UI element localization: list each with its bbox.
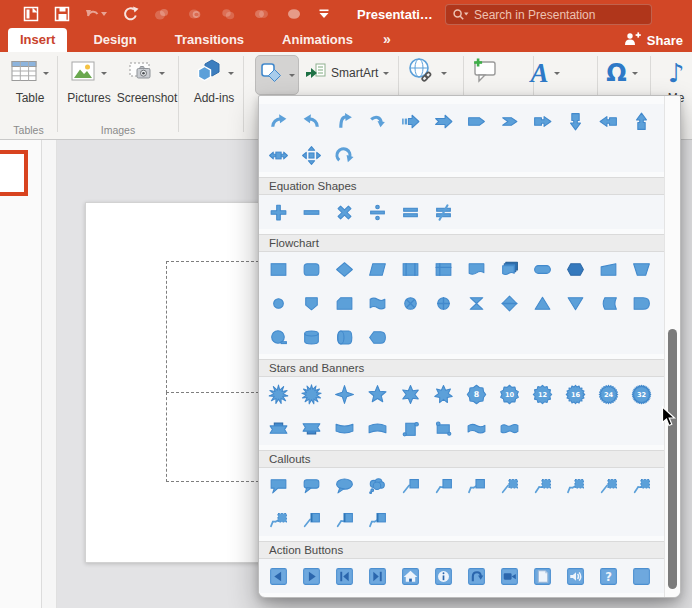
shape-process[interactable]: [262, 258, 295, 280]
shape-star-4-point[interactable]: [328, 383, 361, 405]
shape-stored-data[interactable]: [592, 292, 625, 314]
shape-plus[interactable]: [262, 201, 295, 223]
shape-merge[interactable]: [559, 292, 592, 314]
shape-action-button-movie[interactable]: [493, 565, 526, 587]
shape-striped-right-arrow[interactable]: [394, 110, 427, 132]
shape-preparation[interactable]: [559, 258, 592, 280]
shape-star-8-point[interactable]: 8: [460, 383, 493, 405]
shape-off-page-connector[interactable]: [295, 292, 328, 314]
shape-division[interactable]: [361, 201, 394, 223]
shape-rectangular-callout[interactable]: [262, 474, 295, 496]
faded-toolbar-icon[interactable]: [152, 5, 172, 23]
shape-star-24-point[interactable]: 24: [592, 383, 625, 405]
shape-or[interactable]: [427, 292, 460, 314]
shape-curved-right-arrow[interactable]: [262, 110, 295, 132]
shape-vertical-scroll[interactable]: [394, 417, 427, 439]
shape-curved-ribbon-down[interactable]: [361, 417, 394, 439]
shape-explosion-1[interactable]: [262, 383, 295, 405]
shape-notched-right-arrow[interactable]: [427, 110, 460, 132]
shape-predefined-process[interactable]: [394, 258, 427, 280]
smartart-button[interactable]: SmartArt: [304, 56, 389, 90]
dropdown-caret[interactable]: [554, 72, 560, 78]
dropdown-caret[interactable]: [101, 72, 107, 78]
shape-action-button-return[interactable]: [460, 565, 493, 587]
shape-star-12-point[interactable]: 12: [526, 383, 559, 405]
shape-left-right-arrow-callout[interactable]: [262, 144, 295, 166]
table-button[interactable]: Table: [6, 56, 54, 105]
shape-star-32-point[interactable]: 32: [625, 383, 658, 405]
dropdown-caret[interactable]: [289, 74, 295, 80]
shape-explosion-2[interactable]: [295, 383, 328, 405]
shape-internal-storage[interactable]: [427, 258, 460, 280]
shape-wave[interactable]: [460, 417, 493, 439]
shape-sort[interactable]: [493, 292, 526, 314]
shape-manual-operation[interactable]: [625, 258, 658, 280]
shape-minus[interactable]: [295, 201, 328, 223]
tab-design[interactable]: Design: [81, 28, 148, 52]
faded-toolbar-icon[interactable]: [218, 5, 238, 23]
dropdown-caret[interactable]: [159, 72, 165, 78]
shape-line-callout-3-no-border[interactable]: [262, 508, 295, 530]
scrollbar-thumb[interactable]: [668, 329, 677, 589]
shape-action-button-end[interactable]: [361, 565, 394, 587]
tab-insert[interactable]: Insert: [8, 28, 67, 52]
search-box[interactable]: [445, 4, 652, 25]
shapes-button[interactable]: [255, 55, 299, 95]
faded-toolbar-icon[interactable]: [284, 5, 304, 23]
shape-action-button-back[interactable]: [262, 565, 295, 587]
toolbar-options-chevron-icon[interactable]: [317, 7, 331, 21]
save-icon[interactable]: [53, 5, 71, 23]
shape-line-callout-1-accent-bar[interactable]: [493, 474, 526, 496]
shape-line-callout-2-no-border[interactable]: [625, 474, 658, 496]
text-button[interactable]: A: [514, 56, 576, 90]
shape-line-callout-2-border-accent-bar[interactable]: [328, 508, 361, 530]
shape-action-button-information[interactable]: [427, 565, 460, 587]
shape-star-10-point[interactable]: 10: [493, 383, 526, 405]
shape-extract[interactable]: [526, 292, 559, 314]
dropdown-caret[interactable]: [43, 72, 49, 78]
tab-animations[interactable]: Animations: [270, 28, 365, 52]
shape-line-callout-2[interactable]: [427, 474, 460, 496]
shape-punched-tape[interactable]: [361, 292, 394, 314]
shape-data[interactable]: [361, 258, 394, 280]
shape-connector[interactable]: [262, 292, 295, 314]
shape-multiply[interactable]: [328, 201, 361, 223]
pane-divider[interactable]: [42, 140, 57, 608]
shape-action-button-beginning[interactable]: [328, 565, 361, 587]
undo-icon[interactable]: [84, 6, 108, 22]
dropdown-caret[interactable]: [383, 72, 389, 78]
redo-icon[interactable]: [121, 5, 139, 23]
shape-ribbon-down[interactable]: [295, 417, 328, 439]
shape-chevron-arrow[interactable]: [493, 110, 526, 132]
shape-star-5-point[interactable]: [361, 383, 394, 405]
faded-toolbar-icon[interactable]: [185, 5, 205, 23]
shape-curved-left-arrow[interactable]: [295, 110, 328, 132]
shape-down-arrow-callout[interactable]: [559, 110, 592, 132]
shape-up-arrow-callout[interactable]: [625, 110, 658, 132]
shape-line-callout-1-no-border[interactable]: [592, 474, 625, 496]
shape-terminator[interactable]: [526, 258, 559, 280]
shape-pentagon-arrow[interactable]: [460, 110, 493, 132]
shape-left-arrow-callout[interactable]: [592, 110, 625, 132]
shape-collate[interactable]: [460, 292, 493, 314]
shape-action-button-blank[interactable]: [625, 565, 658, 587]
screenshot-button[interactable]: Screenshot: [116, 56, 178, 105]
shape-star-7-point[interactable]: [427, 383, 460, 405]
shape-star-6-point[interactable]: [394, 383, 427, 405]
shape-card[interactable]: [328, 292, 361, 314]
shape-summing-junction[interactable]: [394, 292, 427, 314]
shape-manual-input[interactable]: [592, 258, 625, 280]
tabs-overflow-chevron[interactable]: »: [379, 27, 394, 52]
dropdown-caret[interactable]: [228, 72, 234, 78]
pictures-button[interactable]: Pictures: [64, 56, 114, 105]
shape-document[interactable]: [460, 258, 493, 280]
shape-action-button-forward[interactable]: [295, 565, 328, 587]
shape-line-callout-3-border-accent-bar[interactable]: [361, 508, 394, 530]
faded-toolbar-icon[interactable]: [251, 5, 271, 23]
shape-oval-callout[interactable]: [328, 474, 361, 496]
shape-action-button-home[interactable]: [394, 565, 427, 587]
shape-direct-access-storage[interactable]: [328, 326, 361, 348]
shape-line-callout-2-accent-bar[interactable]: [526, 474, 559, 496]
shape-line-callout-3[interactable]: [460, 474, 493, 496]
hyperlink-button[interactable]: [398, 56, 454, 90]
